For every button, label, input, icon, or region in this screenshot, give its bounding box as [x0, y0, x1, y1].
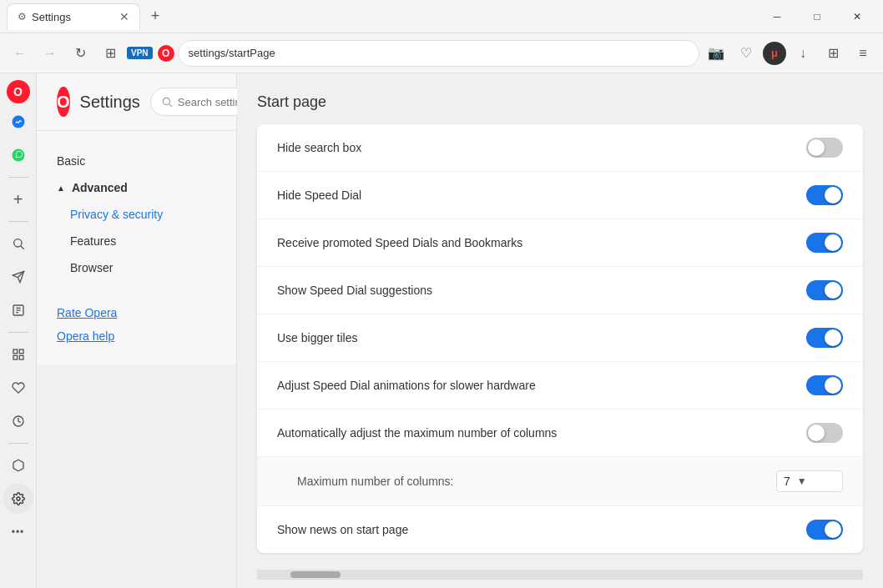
setting-label-receive-promoted: Receive promoted Speed Dials and Bookmar… [277, 236, 806, 249]
toggle-hide-search-box[interactable] [806, 138, 843, 158]
setting-row-hide-search-box: Hide search box [257, 124, 863, 172]
svg-rect-10 [19, 349, 23, 354]
forward-button[interactable]: → [37, 40, 63, 67]
settings-card: Hide search box Hide Speed Dial Receive … [257, 124, 863, 553]
svg-rect-9 [13, 349, 18, 354]
toggle-receive-promoted[interactable] [806, 233, 843, 253]
refresh-button[interactable]: ↻ [67, 40, 93, 67]
settings-page-title: Settings [80, 93, 140, 112]
svg-point-2 [13, 239, 21, 247]
opera-logo-sidebar[interactable]: O [7, 80, 30, 103]
toggle-knob-auto-columns [808, 425, 825, 441]
window-controls: ─ □ ✕ [758, 3, 876, 30]
main-layout: O + [0, 73, 883, 588]
toggle-show-speed-dial[interactable] [806, 280, 843, 300]
page-section-title: Start page [257, 93, 863, 111]
content-area: Start page Hide search box Hide Speed Di… [237, 73, 883, 588]
toggle-show-news[interactable] [806, 520, 843, 540]
setting-row-auto-columns: Automatically adjust the maximum number … [257, 410, 863, 457]
sidebar-divider-1 [8, 177, 28, 178]
wallet-button[interactable]: ⊞ [820, 40, 846, 67]
svg-rect-11 [13, 355, 18, 359]
nav-item-advanced[interactable]: ▲ Advanced [37, 174, 236, 201]
close-tab-button[interactable]: ✕ [119, 10, 129, 23]
sidebar-icon-cube[interactable] [3, 450, 33, 480]
setting-label-show-news: Show news on start page [277, 523, 806, 536]
sidebar-icon-more[interactable]: ••• [3, 517, 33, 547]
setting-row-show-news: Show news on start page [257, 506, 863, 553]
menu-button[interactable]: ≡ [850, 40, 876, 67]
ublocker-button[interactable]: μ [763, 42, 786, 65]
left-nav: Basic ▲ Advanced Privacy & security Feat… [37, 131, 237, 364]
maximize-button[interactable]: □ [798, 3, 836, 30]
close-window-button[interactable]: ✕ [838, 3, 876, 30]
back-button[interactable]: ← [7, 40, 33, 67]
heart-button[interactable]: ♡ [733, 40, 759, 67]
toggle-knob-adjust-animations [825, 377, 841, 394]
max-columns-dropdown[interactable]: 7 ▼ [776, 470, 843, 492]
settings-tab[interactable]: ⚙ Settings ✕ [7, 3, 140, 30]
sidebar-icon-heart[interactable] [3, 373, 33, 403]
setting-row-show-speed-dial: Show Speed Dial suggestions [257, 267, 863, 314]
tab-strip: ⚙ Settings ✕ + [7, 3, 876, 30]
setting-row-receive-promoted: Receive promoted Speed Dials and Bookmar… [257, 219, 863, 267]
sidebar-icon-feed[interactable] [3, 262, 33, 292]
sidebar-icon-history[interactable] [3, 406, 33, 436]
sidebar-divider-3 [8, 332, 28, 333]
download-button[interactable]: ↓ [790, 40, 816, 67]
new-tab-button[interactable]: + [144, 5, 167, 28]
settings-tab-title: Settings [32, 11, 71, 23]
sidebar-icon-add[interactable]: + [3, 184, 33, 214]
address-text: settings/startPage [189, 47, 275, 59]
grid-button[interactable]: ⊞ [97, 40, 124, 67]
toggle-auto-columns[interactable] [806, 423, 843, 443]
toggle-knob-show-news [825, 521, 841, 538]
navbar: ← → ↻ ⊞ VPN O settings/startPage 📷 ♡ μ ↓… [0, 33, 883, 73]
nav-item-basic[interactable]: Basic [37, 148, 236, 174]
toggle-knob-hide-speed-dial [825, 187, 841, 204]
sidebar-icon-settings[interactable] [3, 484, 33, 514]
address-bar[interactable]: settings/startPage [178, 40, 699, 67]
bottom-scrollbar-thumb[interactable] [290, 571, 341, 578]
nav-item-browser[interactable]: Browser [37, 254, 236, 281]
sidebar-icon-news[interactable] [3, 295, 33, 325]
svg-line-3 [21, 246, 24, 249]
sidebar-icons: O + [0, 73, 37, 588]
toggle-knob-show-speed-dial [825, 282, 841, 299]
sidebar-icon-apps[interactable] [3, 339, 33, 369]
nav-rate-opera[interactable]: Rate Opera [37, 301, 236, 324]
setting-row-bigger-tiles: Use bigger tiles [257, 314, 863, 362]
setting-label-bigger-tiles: Use bigger tiles [277, 331, 806, 344]
nav-item-privacy[interactable]: Privacy & security [37, 201, 236, 228]
svg-point-0 [12, 116, 24, 128]
titlebar: ⚙ Settings ✕ + ─ □ ✕ [0, 0, 883, 33]
toggle-hide-speed-dial[interactable] [806, 185, 843, 205]
nav-actions: 📷 ♡ μ ↓ ⊞ ≡ [703, 40, 876, 67]
svg-rect-12 [19, 355, 23, 359]
svg-line-16 [169, 104, 171, 107]
camera-button[interactable]: 📷 [703, 40, 729, 67]
sidebar-icon-whatsapp[interactable] [3, 140, 33, 170]
setting-label-auto-columns: Automatically adjust the maximum number … [277, 426, 806, 440]
search-icon [161, 96, 173, 108]
setting-label-adjust-animations: Adjust Speed Dial animations for slower … [277, 379, 806, 392]
bottom-scrollbar[interactable] [257, 570, 863, 580]
toggle-knob-bigger-tiles [825, 329, 841, 346]
opera-logo-nav: O [158, 45, 174, 62]
toggle-bigger-tiles[interactable] [806, 328, 843, 348]
max-columns-value: 7 [784, 475, 790, 488]
vpn-badge[interactable]: VPN [127, 47, 153, 59]
nav-item-features[interactable]: Features [37, 228, 236, 254]
minimize-button[interactable]: ─ [758, 3, 796, 30]
toggle-knob-hide-search-box [808, 139, 825, 156]
sidebar-icon-messenger[interactable] [3, 107, 33, 137]
nav-opera-help[interactable]: Opera help [37, 324, 236, 348]
left-panel: O Settings Basic ▲ Advanced Privacy & se… [37, 73, 237, 588]
toggle-adjust-animations[interactable] [806, 375, 843, 395]
sidebar-icon-search[interactable] [3, 229, 33, 259]
setting-row-max-columns: Maximum number of columns: 7 ▼ [257, 457, 863, 506]
setting-row-adjust-animations: Adjust Speed Dial animations for slower … [257, 362, 863, 410]
setting-row-hide-speed-dial: Hide Speed Dial [257, 172, 863, 219]
opera-logo-big: O [57, 87, 70, 117]
setting-label-show-speed-dial: Show Speed Dial suggestions [277, 284, 806, 297]
